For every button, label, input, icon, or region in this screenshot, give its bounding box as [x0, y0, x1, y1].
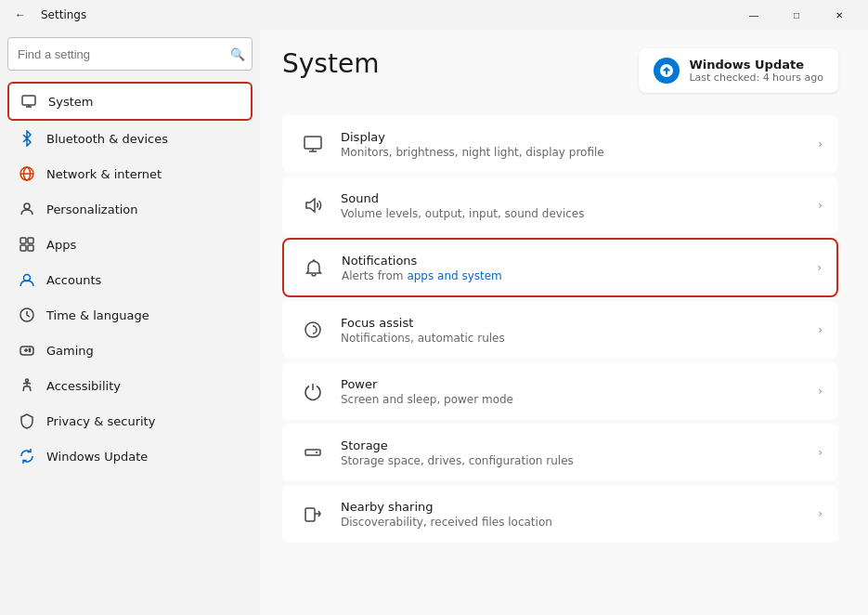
search-box: 🔍: [7, 37, 253, 71]
sidebar-item-label: Personalization: [46, 203, 138, 216]
content-header: System Windows Update Last checked: 4 ho…: [282, 48, 838, 93]
sidebar-item-label: Privacy & security: [46, 414, 155, 428]
setting-desc-focus: Notifications, automatic rules: [341, 332, 810, 345]
setting-item-sound[interactable]: Sound Volume levels, output, input, soun…: [282, 177, 838, 234]
setting-desc-power: Screen and sleep, power mode: [341, 393, 810, 406]
sidebar-item-label: System: [48, 95, 93, 109]
content-area: System Windows Update Last checked: 4 ho…: [260, 30, 868, 615]
privacy-icon: [19, 412, 35, 429]
sidebar-item-accessibility[interactable]: Accessibility: [7, 368, 253, 403]
sidebar-item-label: Accounts: [46, 273, 101, 287]
setting-item-power[interactable]: Power Screen and sleep, power mode ›: [282, 362, 838, 420]
nav-list: System Bluetooth & devices Network & int…: [7, 82, 253, 474]
svg-rect-0: [22, 96, 35, 105]
apps-icon: [19, 236, 35, 253]
setting-item-notifications[interactable]: Notifications Alerts from apps and syste…: [282, 238, 838, 297]
svg-rect-7: [20, 238, 26, 243]
search-input[interactable]: [7, 37, 253, 71]
sidebar-item-label: Apps: [46, 238, 76, 252]
nearby-setting-icon: [298, 499, 328, 529]
setting-text-focus: Focus assist Notifications, automatic ru…: [341, 316, 810, 345]
svg-rect-27: [305, 450, 320, 455]
titlebar-left: ← Settings: [7, 2, 86, 28]
minimize-button[interactable]: —: [732, 0, 775, 30]
svg-line-20: [23, 386, 24, 391]
svg-point-17: [29, 350, 30, 351]
sidebar-item-label: Accessibility: [46, 379, 121, 393]
svg-point-26: [305, 322, 320, 337]
chevron-icon: ›: [818, 446, 823, 459]
sidebar: 🔍 System Bluetooth & devices Network & i…: [0, 30, 260, 615]
svg-point-16: [29, 348, 30, 349]
maximize-button[interactable]: □: [775, 0, 818, 30]
sidebar-item-gaming[interactable]: Gaming: [7, 333, 253, 368]
titlebar-controls: — □ ✕: [732, 0, 861, 30]
setting-item-nearby[interactable]: Nearby sharing Discoverability, received…: [282, 485, 838, 543]
sidebar-item-privacy[interactable]: Privacy & security: [7, 403, 253, 438]
svg-rect-8: [28, 238, 33, 243]
setting-name-focus: Focus assist: [341, 316, 810, 330]
update-badge[interactable]: Windows Update Last checked: 4 hours ago: [639, 48, 838, 93]
storage-setting-icon: [298, 438, 328, 467]
close-button[interactable]: ✕: [818, 0, 861, 30]
setting-desc-nearby: Discoverability, received files location: [341, 516, 810, 529]
notifications-link[interactable]: apps and system: [407, 269, 501, 282]
svg-point-18: [26, 379, 29, 382]
personalization-icon: [19, 201, 35, 217]
setting-text-storage: Storage Storage space, drives, configura…: [341, 438, 810, 467]
setting-name-notifications: Notifications: [342, 254, 810, 268]
sidebar-item-network[interactable]: Network & internet: [7, 156, 253, 191]
svg-line-21: [30, 386, 31, 391]
sidebar-item-label: Time & language: [46, 308, 149, 322]
chevron-icon: ›: [818, 323, 823, 336]
svg-rect-9: [20, 245, 26, 251]
sidebar-item-apps[interactable]: Apps: [7, 227, 253, 262]
sidebar-item-label: Windows Update: [46, 450, 148, 464]
setting-name-display: Display: [341, 130, 810, 144]
update-text: Windows Update Last checked: 4 hours ago: [689, 58, 823, 84]
setting-name-power: Power: [341, 377, 810, 391]
sidebar-item-system[interactable]: System: [7, 82, 253, 121]
accessibility-icon: [19, 377, 35, 394]
setting-text-power: Power Screen and sleep, power mode: [341, 377, 810, 406]
update-icon: [654, 58, 680, 84]
sidebar-item-personalization[interactable]: Personalization: [7, 191, 253, 227]
chevron-icon: ›: [818, 385, 823, 398]
chevron-icon: ›: [818, 137, 823, 150]
setting-text-display: Display Monitors, brightness, night ligh…: [341, 130, 810, 159]
back-button[interactable]: ←: [7, 2, 33, 28]
setting-item-focus[interactable]: Focus assist Notifications, automatic ru…: [282, 301, 838, 359]
bluetooth-icon: [19, 130, 35, 147]
sidebar-item-label: Bluetooth & devices: [46, 132, 168, 146]
titlebar: ← Settings — □ ✕: [0, 0, 868, 30]
setting-desc-notifications: Alerts from apps and system: [342, 269, 810, 282]
sound-setting-icon: [298, 190, 328, 220]
chevron-icon: ›: [818, 507, 823, 520]
sidebar-item-accounts[interactable]: Accounts: [7, 262, 253, 297]
chevron-icon: ›: [817, 261, 822, 274]
accounts-icon: [19, 271, 35, 288]
update-title: Windows Update: [689, 58, 823, 72]
update-subtitle: Last checked: 4 hours ago: [689, 72, 823, 84]
time-icon: [19, 307, 35, 323]
main-layout: 🔍 System Bluetooth & devices Network & i…: [0, 30, 868, 615]
search-icon: 🔍: [230, 47, 245, 61]
sidebar-item-time[interactable]: Time & language: [7, 297, 253, 333]
page-title: System: [282, 48, 379, 79]
sidebar-item-update[interactable]: Windows Update: [7, 438, 253, 474]
setting-name-storage: Storage: [341, 438, 810, 452]
titlebar-title: Settings: [41, 8, 86, 21]
sidebar-item-bluetooth[interactable]: Bluetooth & devices: [7, 121, 253, 156]
svg-rect-29: [305, 508, 315, 521]
svg-rect-10: [28, 245, 33, 251]
update-icon: [19, 448, 35, 465]
setting-text-nearby: Nearby sharing Discoverability, received…: [341, 500, 810, 529]
sidebar-item-label: Gaming: [46, 344, 94, 358]
focus-setting-icon: [298, 315, 328, 345]
setting-desc-display: Monitors, brightness, night light, displ…: [341, 146, 810, 159]
svg-rect-22: [304, 137, 321, 149]
setting-item-storage[interactable]: Storage Storage space, drives, configura…: [282, 424, 838, 481]
network-icon: [19, 165, 35, 182]
setting-item-display[interactable]: Display Monitors, brightness, night ligh…: [282, 115, 838, 173]
sidebar-item-label: Network & internet: [46, 167, 162, 181]
